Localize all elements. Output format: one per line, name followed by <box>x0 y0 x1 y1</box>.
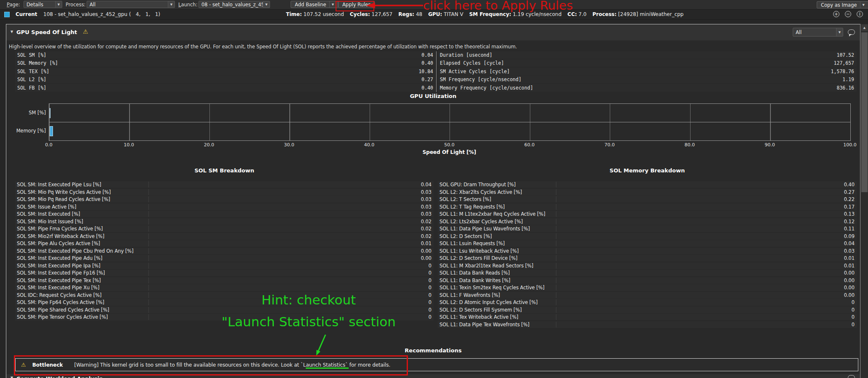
warning-icon: ⚠ <box>83 28 88 35</box>
launch-label: Launch: <box>178 2 198 8</box>
annotation-apply-rules-note: click here to Apply Rules <box>423 0 573 12</box>
table-row: SOL TEX [%]10.84 <box>15 68 436 75</box>
axis-tick-label: 80.0 <box>685 142 695 148</box>
add-baseline-button[interactable]: Add Baseline ▼ <box>291 1 338 8</box>
kernel-stat: Cycles: 127,657 <box>350 11 392 17</box>
current-kernel-name: 108 - set_halo_values_z_452_gpu ( 4, 1, … <box>43 11 160 17</box>
table-row: SOL L2 [%]0.27 <box>15 76 436 83</box>
chart-title: GPU Utilization <box>6 93 860 99</box>
collapse-caret-icon[interactable]: ▼ <box>11 30 13 34</box>
section-description: High-level overview of the utilization f… <box>9 44 517 50</box>
memory-breakdown-title: SOL Memory Breakdown <box>438 167 857 174</box>
sm-utilization-bar <box>50 108 50 118</box>
page-dropdown-value: Details <box>24 2 55 8</box>
launch-dropdown-value: 08 - set_halo_values_z_452_gpu <box>199 2 263 8</box>
process-dropdown[interactable]: All ▼ <box>87 1 175 8</box>
red-arrow <box>365 2 424 9</box>
chevron-down-icon: ▼ <box>168 1 175 8</box>
sol-metrics-table-left: SOL SM [%]0.04SOL Memory [%]0.40SOL TEX … <box>15 51 436 92</box>
section-filter-value: All <box>793 29 836 35</box>
section-filter-dropdown[interactable]: All ▼ <box>793 28 843 37</box>
next-section-title: Compute Workload Analysis <box>16 375 103 378</box>
table-row: SOL L1: F Wavefronts [%]0.00 <box>438 292 857 299</box>
launch-dropdown[interactable]: 08 - set_halo_values_z_452_gpu ▼ <box>198 1 270 8</box>
page-label: Page: <box>7 2 20 8</box>
table-row: SOL L1: Data Bank Writes [%]0.00 <box>438 277 857 284</box>
table-row: SOL SM: Mio Pq Read Cycles Active [%]0.0… <box>15 196 434 203</box>
annotation-hint-line2: "Launch Statistics" section <box>183 315 435 329</box>
add-baseline-label: Add Baseline <box>295 2 326 8</box>
comment-icon[interactable] <box>848 375 855 378</box>
table-row: SOL FB [%]0.40 <box>15 84 436 92</box>
chevron-down-icon: ▼ <box>860 2 865 8</box>
axis-tick-label: 90.0 <box>765 142 775 148</box>
scrollbar-thumb[interactable] <box>861 32 868 192</box>
zoom-in-icon[interactable]: + <box>833 11 839 17</box>
table-row: SOL L2: D Sectors Fill Sysmem [%]0 <box>438 307 857 313</box>
table-row: SOL L1: Tex Writeback Active [%]0 <box>438 314 857 320</box>
chevron-down-icon: ▼ <box>55 1 62 8</box>
chevron-down-icon: ▼ <box>263 1 270 8</box>
table-row: SOL SM: Pipe Fma Cycles Active [%]0.02 <box>15 225 434 232</box>
table-row: SOL SM: Pipe Shared Cycles Active [%]0 <box>15 307 434 313</box>
chart-category-label: Memory [%] <box>6 128 46 134</box>
comment-icon[interactable] <box>848 29 855 35</box>
table-row: SOL SM: Inst Executed Pipe Xu [%]0 <box>15 284 434 291</box>
table-row: SOL SM: Inst Executed Pipe Ipa [%]0 <box>15 262 434 269</box>
axis-tick-label: 60.0 <box>524 142 535 148</box>
recommendations-title: Recommendations <box>6 347 860 354</box>
axis-tick-label: 30.0 <box>284 142 294 148</box>
section-header[interactable]: ▼ GPU Speed Of Light ⚠ All ▼ <box>6 24 860 40</box>
view-controls: + − i <box>833 11 863 17</box>
annotation-hint-line1: Hint: checkout <box>183 293 435 307</box>
table-row: SOL SM: Mio2rf Writeback Active [%]0.02 <box>15 233 434 240</box>
vertical-scrollbar[interactable]: ▲ <box>860 24 868 378</box>
table-row: SOL L1: Data Bank Reads [%]0.00 <box>438 270 857 276</box>
table-row: SOL SM: Inst Executed Pipe Fp16 [%]0 <box>15 270 434 276</box>
kernel-stat: Process: [24928] miniWeather_cpp <box>593 11 684 17</box>
utilization-chart-plot <box>49 103 851 141</box>
table-row: SOL L1: Texin Sm2tex Req Cycles Active [… <box>438 284 857 291</box>
table-row: SOL SM: Pipe Alu Cycles Active [%]0.01 <box>15 240 434 247</box>
table-row: SOL Memory [%]0.40 <box>15 59 436 67</box>
table-row: SM Frequency [cycle/nsecond]1.19 <box>438 76 857 83</box>
table-row: SOL SM: Inst Executed Pipe Cbu Pred On A… <box>15 248 434 254</box>
annotation-red-box-bottleneck <box>14 355 408 375</box>
table-row: SOL L1: Data Pipe Lsu Wavefronts [%]0.11 <box>438 225 857 232</box>
table-row: SOL L1: M Xbar2l1tex Read Sectors [%]0.0… <box>438 262 857 269</box>
chart-category-label: SM [%] <box>6 110 46 116</box>
zoom-out-icon[interactable]: − <box>845 11 851 17</box>
table-row: SOL L2: D Sectors [%]0.09 <box>438 233 857 240</box>
chevron-down-icon: ▼ <box>836 28 843 36</box>
table-divider <box>436 51 437 92</box>
table-row: SOL L2: T Tag Requests [%]0.17 <box>438 204 857 210</box>
collapse-caret-icon[interactable]: ▼ <box>11 376 13 378</box>
copy-as-image-button[interactable]: Copy as Image ▼ <box>817 1 868 8</box>
table-row: SOL L1: Data Pipe Tex Wavefronts [%]0 <box>438 321 857 328</box>
copy-as-image-label: Copy as Image <box>821 2 857 8</box>
kernel-stat: Time: 107.52 usecond <box>286 11 344 17</box>
current-label: Current <box>16 11 37 17</box>
table-row: SOL SM: Mio Inst Issued [%]0.02 <box>15 218 434 225</box>
table-row: SOL L1: M L1tex2xbar Req Cycles Active [… <box>438 211 857 217</box>
axis-tick-label: 40.0 <box>364 142 375 148</box>
process-dropdown-value: All <box>87 2 168 8</box>
axis-tick-label: 70.0 <box>604 142 615 148</box>
sm-breakdown-title: SOL SM Breakdown <box>15 167 434 174</box>
axis-tick-label: 0.0 <box>45 142 53 148</box>
scroll-up-icon[interactable]: ▲ <box>861 24 868 31</box>
table-row: SOL SM: Inst Executed Pipe Tex [%]0 <box>15 277 434 284</box>
axis-tick-label: 10.0 <box>124 142 134 148</box>
table-row: Memory Frequency [cycle/usecond]836.16 <box>438 84 857 92</box>
section-title: GPU Speed Of Light <box>16 29 77 35</box>
table-row: SOL SM: Inst Executed Pipe Lsu [%]0.04 <box>15 181 434 188</box>
table-row: SM Active Cycles [cycle]1,578.76 <box>438 68 857 75</box>
process-label: Process: <box>66 2 86 8</box>
info-icon[interactable]: i <box>857 11 863 17</box>
table-row: Elapsed Cycles [cycle]127,657 <box>438 59 857 67</box>
table-row: SOL L2: Lts2xbar Cycles Active [%]0.12 <box>438 218 857 225</box>
table-row: SOL L2: Xbar2lts Cycles Active [%]0.27 <box>438 189 857 196</box>
table-row: SOL SM: Mio Pq Write Cycles Active [%]0.… <box>15 189 434 196</box>
page-dropdown[interactable]: Details ▼ <box>24 1 62 8</box>
table-row: SOL SM [%]0.04 <box>15 51 436 59</box>
